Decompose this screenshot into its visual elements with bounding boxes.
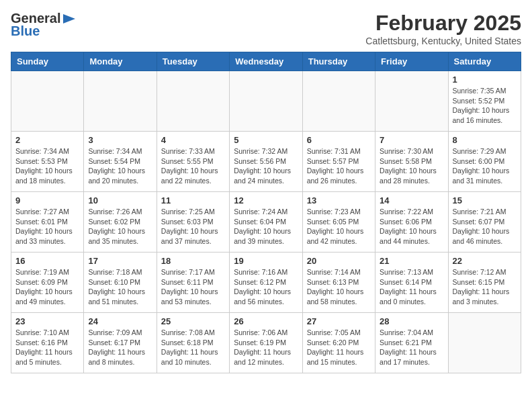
calendar-cell: 12Sunrise: 7:24 AM Sunset: 6:04 PM Dayli… — [230, 192, 302, 253]
weekday-header-tuesday: Tuesday — [157, 52, 229, 71]
calendar-cell: 14Sunrise: 7:22 AM Sunset: 6:06 PM Dayli… — [375, 192, 448, 253]
day-info: Sunrise: 7:29 AM Sunset: 6:00 PM Dayligh… — [453, 146, 517, 186]
day-info: Sunrise: 7:14 AM Sunset: 6:13 PM Dayligh… — [307, 267, 371, 307]
day-number: 22 — [453, 256, 517, 266]
weekday-header-saturday: Saturday — [448, 52, 521, 71]
day-info: Sunrise: 7:24 AM Sunset: 6:04 PM Dayligh… — [234, 207, 298, 246]
day-info: Sunrise: 7:12 AM Sunset: 6:15 PM Dayligh… — [453, 267, 517, 307]
calendar-cell — [84, 71, 157, 132]
calendar-week-row: 9Sunrise: 7:27 AM Sunset: 6:01 PM Daylig… — [11, 192, 521, 253]
calendar-cell: 15Sunrise: 7:21 AM Sunset: 6:07 PM Dayli… — [448, 192, 521, 253]
day-number: 24 — [88, 316, 152, 326]
logo: General Blue — [11, 11, 77, 39]
calendar-cell — [11, 71, 84, 132]
calendar-cell: 26Sunrise: 7:06 AM Sunset: 6:19 PM Dayli… — [230, 313, 302, 373]
calendar-cell: 28Sunrise: 7:04 AM Sunset: 6:21 PM Dayli… — [375, 313, 448, 373]
day-number: 12 — [234, 195, 298, 205]
day-number: 6 — [307, 135, 371, 145]
calendar-cell: 21Sunrise: 7:13 AM Sunset: 6:14 PM Dayli… — [375, 253, 448, 313]
day-info: Sunrise: 7:09 AM Sunset: 6:17 PM Dayligh… — [88, 328, 152, 367]
day-number: 19 — [234, 256, 298, 266]
weekday-header-thursday: Thursday — [302, 52, 375, 71]
day-info: Sunrise: 7:27 AM Sunset: 6:01 PM Dayligh… — [15, 207, 79, 246]
calendar-cell — [230, 71, 302, 132]
day-number: 7 — [380, 135, 443, 145]
day-number: 1 — [453, 75, 517, 85]
svg-marker-0 — [63, 14, 75, 24]
day-number: 9 — [15, 195, 79, 205]
calendar-cell: 8Sunrise: 7:29 AM Sunset: 6:00 PM Daylig… — [448, 132, 521, 192]
calendar-cell: 3Sunrise: 7:34 AM Sunset: 5:54 PM Daylig… — [84, 132, 157, 192]
day-number: 3 — [88, 135, 152, 145]
calendar-cell: 6Sunrise: 7:31 AM Sunset: 5:57 PM Daylig… — [302, 132, 375, 192]
calendar-cell: 24Sunrise: 7:09 AM Sunset: 6:17 PM Dayli… — [84, 313, 157, 373]
calendar-cell: 16Sunrise: 7:19 AM Sunset: 6:09 PM Dayli… — [11, 253, 84, 313]
day-info: Sunrise: 7:34 AM Sunset: 5:54 PM Dayligh… — [88, 146, 152, 186]
calendar-cell: 10Sunrise: 7:26 AM Sunset: 6:02 PM Dayli… — [84, 192, 157, 253]
calendar-cell: 5Sunrise: 7:32 AM Sunset: 5:56 PM Daylig… — [230, 132, 302, 192]
day-info: Sunrise: 7:25 AM Sunset: 6:03 PM Dayligh… — [161, 207, 225, 246]
day-number: 18 — [161, 256, 225, 266]
day-info: Sunrise: 7:16 AM Sunset: 6:12 PM Dayligh… — [234, 267, 298, 307]
calendar-week-row: 1Sunrise: 7:35 AM Sunset: 5:52 PM Daylig… — [11, 71, 521, 132]
month-title: February 2025 — [365, 11, 521, 36]
day-number: 14 — [380, 195, 443, 205]
day-number: 10 — [88, 195, 152, 205]
logo-flag-icon — [62, 13, 77, 25]
calendar-week-row: 16Sunrise: 7:19 AM Sunset: 6:09 PM Dayli… — [11, 253, 521, 313]
day-number: 2 — [15, 135, 79, 145]
day-number: 17 — [88, 256, 152, 266]
calendar-cell: 11Sunrise: 7:25 AM Sunset: 6:03 PM Dayli… — [157, 192, 229, 253]
calendar-cell: 2Sunrise: 7:34 AM Sunset: 5:53 PM Daylig… — [11, 132, 84, 192]
day-info: Sunrise: 7:10 AM Sunset: 6:16 PM Dayligh… — [15, 328, 79, 367]
weekday-header-friday: Friday — [375, 52, 448, 71]
day-number: 26 — [234, 316, 298, 326]
day-info: Sunrise: 7:21 AM Sunset: 6:07 PM Dayligh… — [453, 207, 517, 246]
day-number: 20 — [307, 256, 371, 266]
calendar-cell: 18Sunrise: 7:17 AM Sunset: 6:11 PM Dayli… — [157, 253, 229, 313]
calendar-cell: 20Sunrise: 7:14 AM Sunset: 6:13 PM Dayli… — [302, 253, 375, 313]
calendar-cell: 7Sunrise: 7:30 AM Sunset: 5:58 PM Daylig… — [375, 132, 448, 192]
day-info: Sunrise: 7:19 AM Sunset: 6:09 PM Dayligh… — [15, 267, 79, 307]
day-info: Sunrise: 7:30 AM Sunset: 5:58 PM Dayligh… — [380, 146, 443, 186]
weekday-header-wednesday: Wednesday — [230, 52, 302, 71]
day-number: 8 — [453, 135, 517, 145]
calendar-cell: 23Sunrise: 7:10 AM Sunset: 6:16 PM Dayli… — [11, 313, 84, 373]
calendar-cell: 4Sunrise: 7:33 AM Sunset: 5:55 PM Daylig… — [157, 132, 229, 192]
day-info: Sunrise: 7:26 AM Sunset: 6:02 PM Dayligh… — [88, 207, 152, 246]
day-info: Sunrise: 7:06 AM Sunset: 6:19 PM Dayligh… — [234, 328, 298, 367]
day-info: Sunrise: 7:13 AM Sunset: 6:14 PM Dayligh… — [380, 267, 443, 307]
calendar-week-row: 2Sunrise: 7:34 AM Sunset: 5:53 PM Daylig… — [11, 132, 521, 192]
day-info: Sunrise: 7:35 AM Sunset: 5:52 PM Dayligh… — [453, 86, 517, 126]
day-number: 15 — [453, 195, 517, 205]
location-text: Catlettsburg, Kentucky, United States — [365, 36, 521, 46]
day-info: Sunrise: 7:08 AM Sunset: 6:18 PM Dayligh… — [161, 328, 225, 367]
calendar-cell — [157, 71, 229, 132]
calendar-week-row: 23Sunrise: 7:10 AM Sunset: 6:16 PM Dayli… — [11, 313, 521, 373]
calendar-cell: 13Sunrise: 7:23 AM Sunset: 6:05 PM Dayli… — [302, 192, 375, 253]
calendar-cell — [448, 313, 521, 373]
calendar-cell: 9Sunrise: 7:27 AM Sunset: 6:01 PM Daylig… — [11, 192, 84, 253]
day-number: 25 — [161, 316, 225, 326]
weekday-header-sunday: Sunday — [11, 52, 84, 71]
calendar-table: SundayMondayTuesdayWednesdayThursdayFrid… — [11, 52, 521, 373]
day-info: Sunrise: 7:17 AM Sunset: 6:11 PM Dayligh… — [161, 267, 225, 307]
day-info: Sunrise: 7:34 AM Sunset: 5:53 PM Dayligh… — [15, 146, 79, 186]
calendar-cell — [375, 71, 448, 132]
day-info: Sunrise: 7:22 AM Sunset: 6:06 PM Dayligh… — [380, 207, 443, 246]
day-number: 16 — [15, 256, 79, 266]
title-area: February 2025 Catlettsburg, Kentucky, Un… — [365, 11, 521, 46]
day-info: Sunrise: 7:23 AM Sunset: 6:05 PM Dayligh… — [307, 207, 371, 246]
day-info: Sunrise: 7:33 AM Sunset: 5:55 PM Dayligh… — [161, 146, 225, 186]
day-info: Sunrise: 7:32 AM Sunset: 5:56 PM Dayligh… — [234, 146, 298, 186]
day-info: Sunrise: 7:31 AM Sunset: 5:57 PM Dayligh… — [307, 146, 371, 186]
calendar-cell: 25Sunrise: 7:08 AM Sunset: 6:18 PM Dayli… — [157, 313, 229, 373]
day-number: 13 — [307, 195, 371, 205]
day-number: 27 — [307, 316, 371, 326]
calendar-cell: 27Sunrise: 7:05 AM Sunset: 6:20 PM Dayli… — [302, 313, 375, 373]
day-number: 5 — [234, 135, 298, 145]
day-info: Sunrise: 7:18 AM Sunset: 6:10 PM Dayligh… — [88, 267, 152, 307]
day-number: 23 — [15, 316, 79, 326]
page-header: General Blue February 2025 Catlettsburg,… — [11, 11, 521, 46]
calendar-header-row: SundayMondayTuesdayWednesdayThursdayFrid… — [11, 52, 521, 71]
